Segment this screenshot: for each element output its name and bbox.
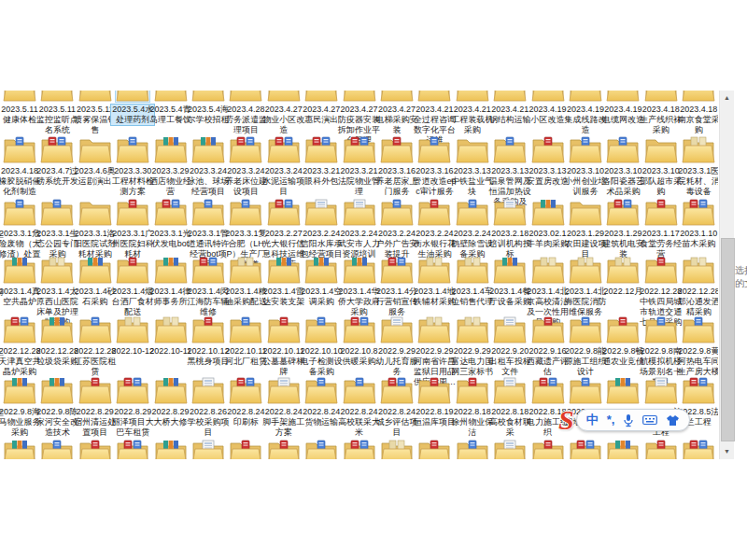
folder-icon <box>569 256 602 284</box>
folder-icon <box>606 439 640 459</box>
folder-icon <box>267 376 301 404</box>
folder-icon <box>493 256 527 284</box>
folder-icon <box>229 315 262 343</box>
folder-icon <box>267 91 301 102</box>
ime-toolbar[interactable]: S 中*, <box>558 405 690 435</box>
folder-icon <box>304 439 338 459</box>
folder-icon <box>78 256 112 284</box>
folder-icon <box>569 135 602 163</box>
folder-icon <box>304 91 338 102</box>
folder-icon <box>267 315 301 343</box>
folder-icon <box>380 91 414 102</box>
file-item-label: 2023.5.4海尔学校招租 <box>187 105 230 125</box>
folder-icon <box>417 315 451 343</box>
scroll-down-arrow-icon[interactable]: ▼ <box>720 444 734 459</box>
skin-center-icon[interactable] <box>666 414 680 427</box>
folder-icon <box>682 439 715 459</box>
folder-icon <box>569 91 602 102</box>
folder-icon <box>531 315 565 343</box>
folder-icon <box>644 256 678 284</box>
folder-icon <box>40 135 74 163</box>
folder-icon <box>493 376 527 404</box>
folder-icon <box>531 91 565 102</box>
file-item-label: 2022.8.24城乡评估项目 <box>375 407 418 438</box>
folder-icon <box>267 256 301 284</box>
folder-icon <box>531 198 565 226</box>
file-item-label: 2023.3.30工程材料检测方案 <box>111 166 154 197</box>
scrollbar-thumb[interactable] <box>721 238 735 441</box>
file-item-label: 2023.1.4雷达安装支架 <box>262 287 305 307</box>
file-item-label: 2023.5.11喷雾保温销售 <box>74 105 117 135</box>
folder-icon <box>644 376 678 404</box>
file-item-label: 2023.5.4青岛理工餐饮 <box>149 105 192 125</box>
file-item-label: 2023.5.11健康体检 <box>0 105 41 125</box>
file-item-label: 2023.4.18橡胶脱硝催化剂制造 <box>0 166 41 197</box>
scroll-up-arrow-icon[interactable]: ▲ <box>720 91 734 105</box>
folder-icon <box>267 135 301 163</box>
folder-icon <box>417 439 451 459</box>
file-item-label: 2023.1.4华侨大学政府采购 <box>338 287 381 317</box>
folder-icon <box>154 439 188 459</box>
preview-hint-line: 的文件 <box>735 277 747 290</box>
folder-icon <box>456 135 489 163</box>
folder-icon <box>229 91 262 102</box>
folder-icon <box>78 439 112 459</box>
file-item-label: 2023.1.4分行营销宣传服务 <box>375 287 418 317</box>
chinese-mode-icon[interactable]: 中 <box>586 410 599 430</box>
folder-icon <box>154 198 188 226</box>
file-item-label: 2023.1.4律师事务所 <box>149 287 192 307</box>
folder-icon <box>3 91 36 102</box>
folder-icon <box>40 315 74 343</box>
folder-icon <box>78 315 112 343</box>
folder-icon <box>191 256 225 284</box>
file-item-label: 2023.1.4北海医院消防维保服务 <box>564 287 607 317</box>
file-item-label: 2023.1.4餐厅设备采购 <box>488 287 531 307</box>
file-item-label: 2022.9.8黄河热电车间生产房大楼 <box>677 346 718 377</box>
voice-input-icon[interactable] <box>623 413 634 427</box>
folder-icon <box>229 198 262 226</box>
folder-icon <box>682 376 715 404</box>
folder-icon <box>493 91 527 102</box>
file-item-label: 2022.9.16西藏遗产评估 <box>527 346 570 377</box>
folder-icon <box>606 315 640 343</box>
folder-icon <box>531 376 565 404</box>
ime-logo-icon[interactable]: S <box>558 406 574 434</box>
folder-icon <box>606 135 640 163</box>
file-item-label: 2023.3.1医院耗材、消毒设备 <box>677 166 718 197</box>
file-item-label: 2023.3.21眼科外包 <box>300 166 343 187</box>
soft-keyboard-icon[interactable] <box>642 414 657 426</box>
file-item-label: 2022.12.28垃圾袋采购 <box>35 346 78 367</box>
file-item-label: 2023.3.24泳池、球场经营项目 <box>187 166 230 197</box>
file-item-label: 2023.1.4烟台酒厂食材配送 <box>111 287 154 317</box>
folder-icon <box>229 439 262 459</box>
explorer-content-area: 2023.5.11健康体检 2023.5.11监控监听点名系统 2023.5.1… <box>0 91 718 459</box>
file-item-label: 2022.8.18高校食材联采 <box>488 407 531 438</box>
file-item-label: 2022.12月 <box>601 287 644 297</box>
file-item-label: 2023.4.19集成线路改造 <box>564 105 607 135</box>
file-item-label: 2022.9.8能源施工组织设计 <box>564 346 607 377</box>
folder-icon <box>380 315 414 343</box>
folder-icon <box>40 439 74 459</box>
vertical-scrollbar[interactable]: ▲ ▼ <box>719 91 734 459</box>
folder-icon <box>417 135 451 163</box>
folder-icon <box>304 315 338 343</box>
folder-icon <box>456 198 489 226</box>
folder-icon <box>531 135 565 163</box>
punctuation-icon[interactable]: *, <box>607 410 615 430</box>
file-item-label: 2023.4.28劳务派遣监理项目 <box>224 105 267 135</box>
folder-icon <box>154 135 188 163</box>
folder-icon <box>456 439 489 459</box>
file-item-label: 2022.10.8供暖采购 <box>338 346 381 367</box>
folder-icon <box>3 256 36 284</box>
folder-icon <box>343 135 376 163</box>
file-item-label: 2023.1.4闵江海防车辆维修 <box>187 287 230 317</box>
file-item-label: 2022.9.8畅通农业竞价 <box>601 346 644 367</box>
folder-icon <box>456 256 489 284</box>
folder-icon <box>343 315 376 343</box>
folder-icon <box>116 376 149 404</box>
folder-icon <box>343 256 376 284</box>
file-item-label: 2022.8.24货物运输 <box>300 407 343 427</box>
folder-icon <box>417 91 451 102</box>
folder-icon <box>417 256 451 284</box>
folder-icon <box>3 439 36 459</box>
